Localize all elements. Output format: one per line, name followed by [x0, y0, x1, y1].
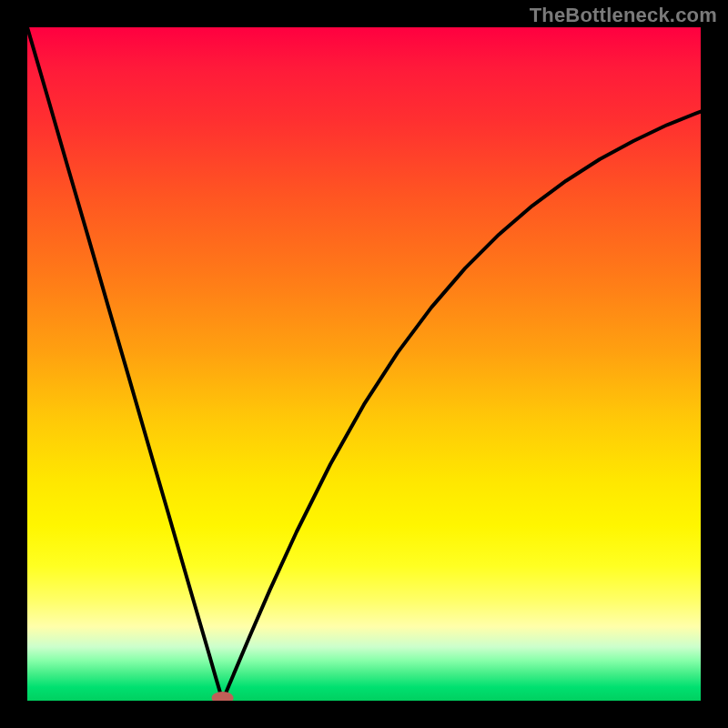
minimum-marker [212, 692, 234, 701]
chart-frame: TheBottleneck.com [0, 0, 728, 728]
watermark-text: TheBottleneck.com [530, 4, 717, 27]
plot-svg [27, 27, 701, 701]
bottleneck-curve [27, 27, 701, 701]
